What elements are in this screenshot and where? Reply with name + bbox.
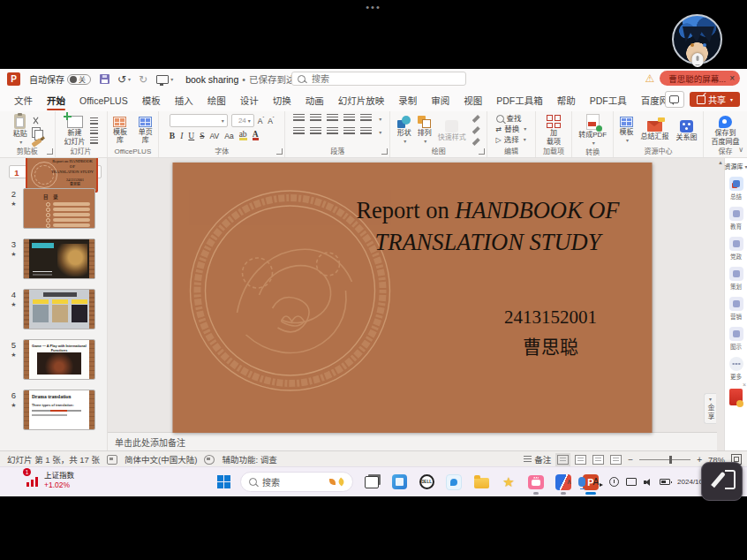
slideshow-view-button[interactable] <box>610 455 622 465</box>
hidden-icons-button[interactable]: ∧ <box>567 478 572 486</box>
search-input[interactable] <box>310 73 460 85</box>
collapsed-side-tab[interactable]: ▾ 金享 <box>704 393 716 424</box>
page-library-button[interactable]: 单页库 <box>136 117 155 144</box>
webcam-avatar[interactable] <box>672 14 722 64</box>
powerpoint-logo-icon[interactable]: P <box>7 72 20 86</box>
accessibility-checker-icon[interactable] <box>107 455 117 465</box>
undo-caret-icon[interactable]: ▾ <box>128 76 131 82</box>
tray-clock-icon[interactable] <box>609 477 619 487</box>
reset-icon[interactable] <box>90 127 98 134</box>
thumbnail-2[interactable]: 2★ 目 录 <box>9 188 102 229</box>
red-envelope-icon[interactable] <box>729 389 743 405</box>
meeting-menu-dots[interactable]: ••• <box>366 2 381 12</box>
char-spacing-icon[interactable]: AV <box>210 132 220 140</box>
sidebar-item-education[interactable]: 教育 <box>729 207 743 231</box>
find-button[interactable]: 查找 <box>496 114 522 124</box>
menu-tab-draw[interactable]: 绘图 <box>200 89 233 111</box>
close-icon[interactable]: × <box>729 73 735 83</box>
screen-share-pill[interactable]: 曹思聪的屏幕... × <box>660 71 740 86</box>
shape-fill-icon[interactable] <box>472 115 480 123</box>
strikethrough-icon[interactable]: S <box>200 132 204 140</box>
share-button[interactable]: 共享 ▾ <box>690 92 740 107</box>
scroll-up-icon[interactable]: ▲ <box>718 160 723 450</box>
grow-font-icon[interactable]: Aˆ <box>258 116 264 125</box>
shrink-font-icon[interactable]: Aˇ <box>268 116 274 125</box>
bullets-icon[interactable] <box>293 114 305 123</box>
shape-outline-icon[interactable] <box>472 126 480 134</box>
collapse-ribbon-icon[interactable]: ∨ <box>738 146 743 154</box>
sidebar-item-diagram[interactable]: 图示 <box>729 327 743 351</box>
relation-diagram-button[interactable]: 关系图 <box>676 120 698 141</box>
slide-sorter-view-button[interactable] <box>575 455 586 465</box>
copy-icon[interactable] <box>32 127 41 138</box>
tray-display-icon[interactable] <box>626 478 637 486</box>
menu-tab-pdf-toolbox[interactable]: PDF工具箱 <box>489 89 550 111</box>
bold-icon[interactable]: B <box>170 132 175 140</box>
menu-tab-transitions[interactable]: 切换 <box>266 89 298 111</box>
menu-tab-template[interactable]: 模板 <box>135 89 168 111</box>
star-app-button[interactable]: ★ <box>500 471 517 494</box>
paste-button[interactable]: 粘贴 ▾ <box>13 114 27 147</box>
menu-tab-insert[interactable]: 插入 <box>168 89 200 111</box>
paragraph-more-caret-icon[interactable]: ▾ <box>379 116 381 122</box>
slide-1[interactable]: Report on HANDBOOK OF TRANSLATION STUDY … <box>173 163 653 433</box>
thumbnail-3[interactable]: 3★ <box>9 238 102 279</box>
snip-overlay-button[interactable] <box>701 462 743 501</box>
warning-icon[interactable]: ⚠ <box>645 72 654 85</box>
quick-styles-button[interactable]: 快速样式 <box>438 120 466 141</box>
task-view-button[interactable] <box>363 471 381 494</box>
widgets-button[interactable] <box>390 471 408 494</box>
italic-icon[interactable]: I <box>180 132 183 140</box>
chat-app-button[interactable] <box>445 471 463 494</box>
template-library-button[interactable]: 模板库 <box>111 117 130 144</box>
tray-microphone-icon[interactable] <box>578 477 585 487</box>
save-icon[interactable] <box>100 74 109 84</box>
start-button[interactable] <box>217 475 230 488</box>
slide-canvas[interactable]: Report on HANDBOOK OF TRANSLATION STUDY … <box>108 158 717 432</box>
format-painter-icon[interactable] <box>31 138 42 147</box>
arrange-button[interactable]: 排列 ▾ <box>418 116 432 146</box>
slide-title-textbox[interactable]: Report on HANDBOOK OF TRANSLATION STUDY <box>330 194 646 258</box>
sidebar-item-party[interactable]: 党政 <box>729 237 743 261</box>
menu-tab-animations[interactable]: 动画 <box>298 89 331 111</box>
increase-indent-icon[interactable] <box>343 114 355 123</box>
save-to-pan-button[interactable]: 保存到 百度网盘 <box>711 116 739 146</box>
resource-library-header[interactable]: 资源库▾ <box>725 162 747 170</box>
quick-access-caret-icon[interactable]: ▾ <box>170 76 173 82</box>
addins-button[interactable]: 加 载项 <box>547 115 561 146</box>
notes-toggle-button[interactable]: 备注 <box>524 453 551 465</box>
zoom-out-button[interactable]: − <box>628 455 633 465</box>
shapes-button[interactable]: 形状 ▾ <box>397 116 411 146</box>
numbering-icon[interactable] <box>310 114 321 123</box>
menu-tab-slideshow[interactable]: 幻灯片放映 <box>331 89 392 111</box>
zoom-in-button[interactable]: + <box>697 455 702 465</box>
layout-icon[interactable] <box>90 117 98 125</box>
volume-icon[interactable] <box>644 479 653 486</box>
comments-button[interactable] <box>665 91 684 108</box>
convert-pdf-button[interactable]: 转成PDF ▾ <box>578 114 607 148</box>
line-spacing-icon[interactable] <box>360 114 372 123</box>
vertical-scrollbar[interactable]: ▲ <box>717 158 724 450</box>
thumbnail-6[interactable]: 6★ Drama translation Three types of tran… <box>9 390 102 430</box>
replace-button[interactable]: ⇄替换▾ <box>496 125 527 134</box>
taskbar-search[interactable]: 搜索 <box>240 472 353 492</box>
redo-icon[interactable]: ↻ <box>139 74 147 85</box>
accessibility-status[interactable]: 辅助功能: 调查 <box>222 453 276 465</box>
menu-tab-view[interactable]: 视图 <box>456 89 489 111</box>
thumbnail-4[interactable]: 4★ <box>9 289 102 329</box>
menu-tab-design[interactable]: 设计 <box>233 89 266 111</box>
align-center-icon[interactable] <box>310 127 321 136</box>
file-explorer-button[interactable] <box>472 471 490 494</box>
underline-icon[interactable]: U <box>188 132 194 140</box>
tray-date[interactable]: 2024/10 <box>677 478 703 486</box>
decrease-indent-icon[interactable] <box>327 114 338 123</box>
menu-tab-home[interactable]: 开始 <box>40 89 72 111</box>
align-right-icon[interactable] <box>327 127 338 136</box>
language-indicator[interactable]: 简体中文(中国大陆) <box>124 453 197 465</box>
justify-icon[interactable] <box>343 127 355 136</box>
sidebar-item-summary[interactable]: 总结 <box>729 177 743 201</box>
sidebar-item-planning[interactable]: 策划 <box>729 267 743 291</box>
change-case-icon[interactable]: Aa <box>224 132 233 140</box>
section-icon[interactable] <box>90 137 98 144</box>
clipboard-dialog-launcher[interactable] <box>47 148 53 155</box>
